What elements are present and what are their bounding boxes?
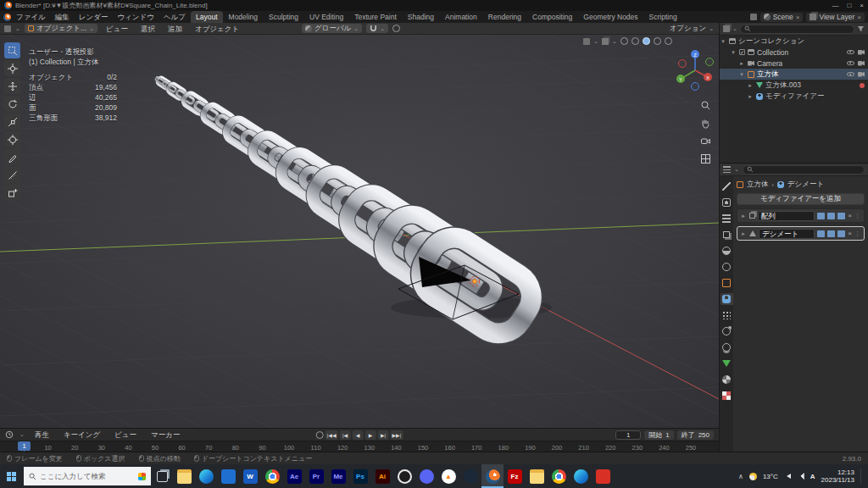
ortho-grid-icon[interactable]	[700, 153, 711, 164]
minimize-button[interactable]: —	[832, 2, 838, 9]
taskbar-app-obs[interactable]	[393, 464, 415, 488]
properties-search-input[interactable]	[756, 166, 860, 174]
tab-texture[interactable]	[721, 390, 733, 402]
shading-material-icon[interactable]	[654, 37, 661, 45]
taskbar-app-task-view[interactable]	[151, 464, 173, 488]
tab-world[interactable]	[721, 261, 733, 273]
search-highlights-icon[interactable]	[138, 473, 146, 480]
timeline-ruler[interactable]: 1020304050607080901001101201301401501601…	[0, 441, 719, 452]
outliner-row-scene-collection[interactable]: ▾ シーンコレクション	[720, 36, 868, 47]
workspace-tab-modeling[interactable]: Modeling	[224, 11, 264, 23]
expand-icon[interactable]: ▸	[738, 60, 745, 67]
gizmo-neg-z-ball[interactable]	[692, 83, 699, 91]
gizmo-toggle-icon[interactable]	[583, 38, 590, 45]
modifier-panel-array[interactable]: ▸ 配列 × ⋮	[737, 208, 865, 223]
taskbar-app-discord[interactable]	[415, 464, 437, 488]
scale-tool[interactable]	[4, 114, 20, 130]
taskbar-app-after-effects[interactable]: Ae	[283, 464, 305, 488]
taskbar-app-vlc[interactable]: ▲	[437, 464, 459, 488]
maximize-button[interactable]: □	[847, 2, 851, 9]
taskbar-app-edge[interactable]	[195, 464, 217, 488]
playhead-marker[interactable]: 1	[18, 441, 31, 451]
realtime-toggle-icon[interactable]	[827, 230, 835, 237]
proportional-editing-icon[interactable]	[392, 25, 400, 32]
menu-render[interactable]: レンダー	[75, 11, 113, 23]
start-button[interactable]	[2, 464, 24, 488]
navigation-gizmo[interactable]: Z Y X	[671, 47, 719, 97]
expand-icon[interactable]: ▸	[740, 230, 747, 237]
tab-modifiers[interactable]	[721, 293, 733, 305]
scene-unlink-icon[interactable]: ×	[796, 14, 800, 21]
taskbar-app-file-explorer[interactable]	[173, 464, 195, 488]
expand-icon[interactable]: ▸	[740, 213, 747, 219]
tab-render[interactable]	[721, 197, 733, 208]
menu-window[interactable]: ウィンドウ	[113, 11, 159, 23]
playback-button-4[interactable]: ▶|	[378, 430, 389, 440]
cursor-tool[interactable]	[4, 60, 20, 76]
tab-constraints[interactable]	[721, 341, 733, 353]
taskbar-app-chrome-2[interactable]	[548, 464, 570, 488]
timeline-menu-playback[interactable]: 再生	[31, 429, 53, 441]
filter-icon[interactable]	[857, 25, 865, 32]
timeline-menu-view[interactable]: ビュー	[110, 429, 141, 441]
camera-view-icon[interactable]	[700, 136, 711, 147]
workspace-tab-scripting[interactable]: Scripting	[644, 11, 682, 23]
modifier-name-field[interactable]: デシメート	[759, 229, 815, 239]
transform-orientation-dropdown[interactable]: グローバル ⌄	[302, 24, 362, 33]
workspace-tab-shading[interactable]: Shading	[403, 11, 439, 23]
speaker-icon[interactable]	[784, 474, 791, 479]
shading-wireframe-icon[interactable]	[632, 37, 639, 45]
menu-help[interactable]: ヘルプ	[159, 11, 190, 23]
pan-hand-icon[interactable]	[700, 118, 711, 129]
breadcrumb-object[interactable]: 立方体	[747, 180, 769, 190]
expand-icon[interactable]: ▾	[730, 49, 737, 56]
auto-keying-record-icon[interactable]	[316, 431, 324, 439]
shading-rendered-icon[interactable]	[665, 37, 672, 45]
render-camera-icon[interactable]	[858, 72, 865, 77]
expand-icon[interactable]: ▸	[747, 82, 754, 89]
editmode-toggle-icon[interactable]	[817, 230, 825, 237]
network-icon[interactable]	[797, 473, 804, 480]
annotate-tool[interactable]	[4, 149, 20, 165]
mode-dropdown[interactable]: オブジェクト... ⌄	[25, 24, 97, 33]
show-desktop-divider[interactable]	[860, 469, 861, 484]
drag-handle-icon[interactable]: ⋮	[854, 230, 861, 237]
workspace-tab-layout[interactable]: Layout	[191, 11, 223, 23]
playback-button-3[interactable]: ▶	[365, 430, 376, 440]
properties-search[interactable]	[743, 165, 865, 175]
timeline-menu-keying[interactable]: キーイング	[59, 429, 104, 441]
taskbar-search[interactable]	[24, 467, 151, 485]
snap-dropdown[interactable]: ⌄	[366, 24, 388, 33]
outliner-editor-icon[interactable]	[723, 25, 730, 32]
move-tool[interactable]	[4, 78, 20, 94]
outliner-row-cube-003[interactable]: ▸ 立方体.003	[720, 80, 868, 91]
render-camera-icon[interactable]	[858, 61, 865, 66]
gizmo-neg-x-ball[interactable]	[679, 60, 687, 68]
add-cube-tool[interactable]	[4, 185, 20, 201]
render-camera-icon[interactable]	[858, 50, 865, 55]
taskbar-app-illustrator[interactable]: Ai	[371, 464, 393, 488]
drag-handle-icon[interactable]: ⋮	[854, 213, 861, 219]
tab-object-data[interactable]	[721, 358, 733, 369]
xray-toggle-icon[interactable]	[620, 37, 628, 45]
realtime-toggle-icon[interactable]	[827, 213, 835, 219]
tab-physics[interactable]	[721, 325, 733, 337]
tab-scene[interactable]	[721, 245, 733, 257]
expand-icon[interactable]: ▾	[720, 38, 726, 45]
transform-tool[interactable]	[4, 131, 20, 147]
expand-icon[interactable]: ▸	[747, 93, 754, 100]
view-layer-unlink-icon[interactable]: ×	[857, 14, 861, 21]
workspace-tab-animation[interactable]: Animation	[440, 11, 482, 23]
hide-eye-icon[interactable]	[847, 61, 854, 65]
tab-output[interactable]	[721, 213, 733, 225]
clock-icon[interactable]	[5, 430, 14, 439]
blender-menu-icon[interactable]	[3, 14, 11, 21]
taskbar-app-chrome[interactable]	[261, 464, 283, 488]
workspace-tab-sculpting[interactable]: Sculpting	[264, 11, 303, 23]
taskbar-app-photoshop[interactable]: Ps	[349, 464, 371, 488]
delete-modifier-icon[interactable]: ×	[848, 230, 852, 237]
taskbar-app-word[interactable]: W	[239, 464, 261, 488]
editmode-toggle-icon[interactable]	[817, 213, 825, 219]
zoom-icon[interactable]	[700, 100, 711, 111]
scene-selector[interactable]: Scene ×	[760, 13, 804, 22]
